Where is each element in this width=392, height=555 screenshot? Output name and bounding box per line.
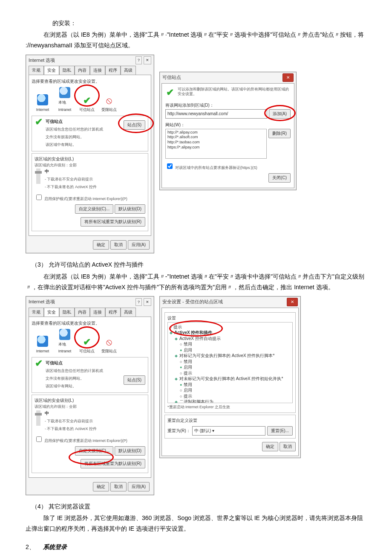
- sites-button[interactable]: 站点(S): [124, 375, 145, 385]
- apply-button[interactable]: 应用(A): [128, 482, 150, 491]
- radio-disable[interactable]: [180, 382, 182, 388]
- ok-button[interactable]: 确定: [262, 442, 278, 451]
- para-step4: 除了 IE 浏览器外，其它使用如遨游、360 浏览器、Sogo 浏览器、世界之窗…: [26, 513, 366, 534]
- protected-mode-checkbox[interactable]: [36, 436, 42, 442]
- tabs: 常规 安全 隐私 内容 连接 程序 高级: [26, 308, 154, 317]
- default-level-button[interactable]: 默认级别(D): [115, 204, 145, 214]
- opt-enable: 启用: [184, 347, 192, 353]
- cancel-button[interactable]: 取消: [110, 482, 127, 491]
- tab-advanced[interactable]: 高级: [121, 66, 136, 75]
- help-icon[interactable]: ?: [135, 56, 142, 64]
- trusted-desc: 该区域包含您信任对您的计算机或 文件没有损害的网站。: [46, 369, 103, 381]
- help-icon[interactable]: ?: [135, 298, 142, 306]
- opt-disable: 禁用: [184, 359, 192, 365]
- tab-advanced[interactable]: 高级: [121, 308, 136, 317]
- tab-connections[interactable]: 连接: [90, 66, 105, 75]
- close-icon[interactable]: ✕: [144, 56, 151, 64]
- radio-enable[interactable]: [180, 387, 182, 393]
- trusted-title: 可信站点: [46, 119, 63, 124]
- level-allow: 该区域的允许级别：全部: [35, 163, 145, 168]
- activex-icon: ◆: [175, 336, 178, 341]
- close-icon[interactable]: ✕: [282, 73, 294, 82]
- radio-disable[interactable]: [180, 341, 182, 347]
- default-level-button[interactable]: 默认级别(D): [115, 446, 145, 456]
- close-button[interactable]: 关闭(C): [268, 173, 291, 183]
- trusted-title: 可信站点: [46, 360, 63, 365]
- tab-programs[interactable]: 程序: [105, 308, 121, 317]
- para-install-suffix: 的安装：: [26, 18, 366, 29]
- ok-button[interactable]: 确定: [93, 482, 109, 491]
- radio-disable[interactable]: [180, 359, 182, 365]
- cancel-button[interactable]: 取消: [110, 240, 127, 250]
- zone-internet[interactable]: Internet: [33, 336, 52, 355]
- tab-content[interactable]: 内容: [75, 66, 90, 75]
- list-item[interactable]: https://*.alipay.com: [167, 145, 265, 150]
- tab-content[interactable]: 内容: [75, 308, 90, 317]
- zone-intranet-label: 本地 Intranet: [58, 341, 72, 355]
- tab-security[interactable]: 安全: [44, 66, 59, 75]
- annotation-circle-trusted: [74, 326, 100, 349]
- tab-security[interactable]: 安全: [44, 308, 59, 317]
- security-slider[interactable]: [36, 169, 40, 184]
- close-icon[interactable]: ✕: [144, 298, 151, 306]
- radio-prompt[interactable]: [180, 393, 182, 399]
- trusted-desc: 该区域包含您信任对您的计算机或 文件没有损害的网站。: [46, 127, 103, 139]
- custom-level-button[interactable]: 自定义级别(C)...: [75, 204, 113, 214]
- apply-button[interactable]: 应用(A): [128, 240, 150, 250]
- level-title: 该区域的安全级别(L): [35, 397, 145, 404]
- zone-intranet[interactable]: 本地 Intranet: [55, 329, 74, 355]
- level-note1: - 下载潜在不安全内容前提示: [45, 177, 93, 181]
- protected-mode-checkbox[interactable]: [36, 195, 42, 200]
- internet-options-dialog: Internet 选项 ? ✕ 常规 安全 隐私 内容 连接 程序 高级 选择要…: [26, 55, 154, 254]
- cancel-button[interactable]: 取消: [280, 442, 296, 451]
- require-https-checkbox[interactable]: [167, 163, 173, 169]
- zone-restricted[interactable]: 受限站点: [100, 337, 118, 355]
- trusted-sites-desc: 可以添加和删除该区域的网站。该区域中的所有网站都使用区域的安全设置。: [178, 87, 291, 98]
- close-icon[interactable]: ✕: [287, 298, 298, 306]
- opt-enable: 启用: [184, 364, 192, 370]
- zone-internet[interactable]: Internet: [33, 94, 52, 113]
- tab-privacy[interactable]: 隐私: [59, 308, 75, 317]
- remove-button[interactable]: 删除(R): [268, 129, 291, 138]
- activex-icon: ◆: [175, 353, 178, 358]
- list-item[interactable]: http://*.taobao.com: [167, 140, 265, 145]
- annotation-circle-add: [264, 105, 296, 121]
- radio-prompt[interactable]: [180, 370, 182, 376]
- tab-privacy[interactable]: 隐私: [59, 66, 75, 75]
- zone-intranet[interactable]: 本地 Intranet: [55, 87, 74, 113]
- zone-restricted[interactable]: 受限站点: [100, 95, 118, 113]
- binary-script-behavior: 二进制和脚本行为: [179, 399, 213, 403]
- sites-listbox[interactable]: http://*.alipay.com http://*.alisoft.com…: [165, 129, 267, 159]
- radio-enable[interactable]: [180, 364, 182, 370]
- zone-internet-label: Internet: [36, 348, 49, 355]
- level-allow: 该区域的允许级别：全部: [35, 404, 145, 410]
- tab-general[interactable]: 常规: [29, 308, 44, 317]
- level-mid: 中: [45, 411, 49, 416]
- forbidden-icon: [104, 95, 115, 106]
- add-site-input[interactable]: http://www.newyanshamall.com/: [165, 109, 267, 119]
- zone-restricted-label: 受限站点: [101, 348, 117, 355]
- tab-general[interactable]: 常规: [29, 66, 44, 75]
- security-slider[interactable]: [36, 410, 40, 426]
- tab-connections[interactable]: 连接: [90, 308, 105, 317]
- ok-button[interactable]: 确定: [93, 240, 109, 250]
- annotation-circle-custom: [69, 450, 114, 465]
- reset-button[interactable]: 重置(E)...: [267, 426, 293, 436]
- tab-programs[interactable]: 程序: [105, 66, 121, 75]
- list-item[interactable]: http://*.alipay.com: [167, 130, 265, 135]
- level-title: 该区域的安全级别(L): [35, 155, 145, 163]
- list-item[interactable]: http://*.alisoft.com: [167, 135, 265, 140]
- login-heading-title: 系统登录: [43, 543, 67, 550]
- level-mid: 中: [45, 169, 49, 174]
- checkmark-icon: [35, 118, 43, 126]
- trusted-sites-dialog: 可信站点 ✕ 可以添加和删除该区域的网站。该区域中的所有网站都使用区域的安全设置…: [159, 72, 297, 190]
- opt-prompt: 提示: [184, 393, 192, 399]
- login-heading-number: 2、: [26, 543, 35, 550]
- radio-enable[interactable]: [180, 347, 182, 353]
- reset-to-select[interactable]: 中 (默认) ▾: [192, 426, 265, 436]
- protected-mode-label: 启用保护模式(要求重新启动 Internet Explorer)(P): [44, 439, 127, 443]
- opt-disable: 禁用: [184, 341, 192, 347]
- dialog-titlebar: Internet 选项 ? ✕: [26, 55, 154, 66]
- forbidden-icon: [104, 337, 115, 348]
- reset-all-button[interactable]: 将所有区域重置为默认级别(R): [81, 217, 145, 227]
